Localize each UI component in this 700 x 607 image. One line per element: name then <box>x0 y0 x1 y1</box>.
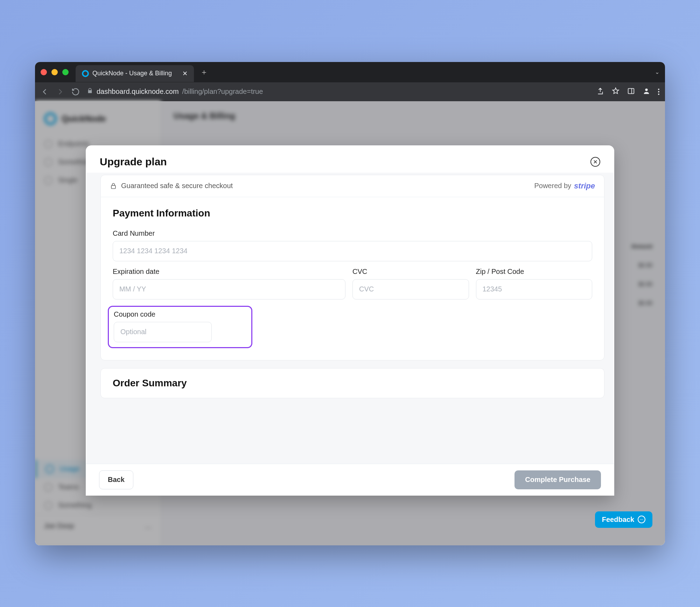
order-summary-title: Order Summary <box>113 378 592 389</box>
panel-icon[interactable] <box>627 87 635 96</box>
complete-purchase-button[interactable]: Complete Purchase <box>514 470 601 489</box>
order-summary-card: Order Summary <box>100 368 604 398</box>
close-icon <box>593 159 598 164</box>
browser-address-bar: dashboard.quicknode.com/billing/plan?upg… <box>35 82 665 101</box>
window-traffic-lights <box>41 69 69 75</box>
card-number-input[interactable] <box>113 241 592 261</box>
svg-rect-2 <box>111 185 115 188</box>
modal-close-button[interactable] <box>590 157 600 167</box>
new-tab-button[interactable]: ＋ <box>200 67 208 77</box>
browser-right-icons <box>596 87 659 96</box>
profile-icon[interactable] <box>643 87 650 96</box>
modal-overlay: Upgrade plan Guaranteed safe & secure ch… <box>35 101 665 545</box>
secure-strip: Guaranteed safe & secure checkout Powere… <box>101 175 604 197</box>
tab-title: QuickNode - Usage & Billing <box>92 70 172 77</box>
coupon-input[interactable] <box>114 322 212 342</box>
stripe-logo-icon: stripe <box>574 181 595 191</box>
tab-overflow-icon[interactable]: ⌄ <box>655 69 659 75</box>
expiration-input[interactable] <box>113 279 345 299</box>
browser-window: QuickNode - Usage & Billing ✕ ＋ ⌄ dashbo… <box>35 62 665 545</box>
coupon-highlight: Coupon code <box>108 306 252 348</box>
modal-title: Upgrade plan <box>100 156 167 168</box>
powered-by: Powered by stripe <box>534 181 595 191</box>
feedback-label: Feedback <box>602 516 634 524</box>
chat-bubble-icon: ⋯ <box>638 516 645 523</box>
feedback-button[interactable]: Feedback ⋯ <box>595 511 652 528</box>
lock-icon <box>87 88 93 96</box>
cvc-input[interactable] <box>352 279 469 299</box>
window-minimize-icon[interactable] <box>51 69 58 75</box>
browser-tab-strip: QuickNode - Usage & Billing ✕ ＋ ⌄ <box>35 62 665 82</box>
modal-footer: Back Complete Purchase <box>86 464 614 496</box>
url-field[interactable]: dashboard.quicknode.com/billing/plan?upg… <box>87 88 589 96</box>
expiration-label: Expiration date <box>113 268 345 276</box>
zip-label: Zip / Post Code <box>476 268 593 276</box>
kebab-menu-icon[interactable] <box>658 89 659 95</box>
coupon-label: Coupon code <box>114 310 246 318</box>
lock-icon <box>110 182 117 189</box>
svg-rect-0 <box>628 88 634 94</box>
reload-icon[interactable] <box>71 88 80 96</box>
back-button[interactable]: Back <box>99 470 133 489</box>
window-fullscreen-icon[interactable] <box>62 69 69 75</box>
modal-scroll-area[interactable]: Guaranteed safe & secure checkout Powere… <box>86 173 614 464</box>
payment-section-title: Payment Information <box>113 208 592 219</box>
quicknode-favicon-icon <box>82 70 89 77</box>
modal-header: Upgrade plan <box>86 145 614 173</box>
url-domain: dashboard.quicknode.com <box>97 88 179 96</box>
payment-card: Guaranteed safe & secure checkout Powere… <box>100 175 604 360</box>
tab-close-icon[interactable]: ✕ <box>182 70 188 77</box>
zip-input[interactable] <box>476 279 593 299</box>
forward-icon[interactable] <box>56 88 64 96</box>
window-close-icon[interactable] <box>41 69 47 75</box>
card-number-label: Card Number <box>113 229 592 237</box>
cvc-label: CVC <box>352 268 469 276</box>
browser-tab[interactable]: QuickNode - Usage & Billing ✕ <box>76 65 194 82</box>
secure-checkout-text: Guaranteed safe & secure checkout <box>121 182 233 190</box>
powered-by-label: Powered by <box>534 182 571 190</box>
bookmark-star-icon[interactable] <box>612 87 620 96</box>
back-icon[interactable] <box>41 88 49 96</box>
upgrade-plan-modal: Upgrade plan Guaranteed safe & secure ch… <box>86 145 614 496</box>
share-icon[interactable] <box>596 87 604 96</box>
svg-point-1 <box>645 88 648 91</box>
url-path: /billing/plan?upgrade=true <box>182 88 263 96</box>
